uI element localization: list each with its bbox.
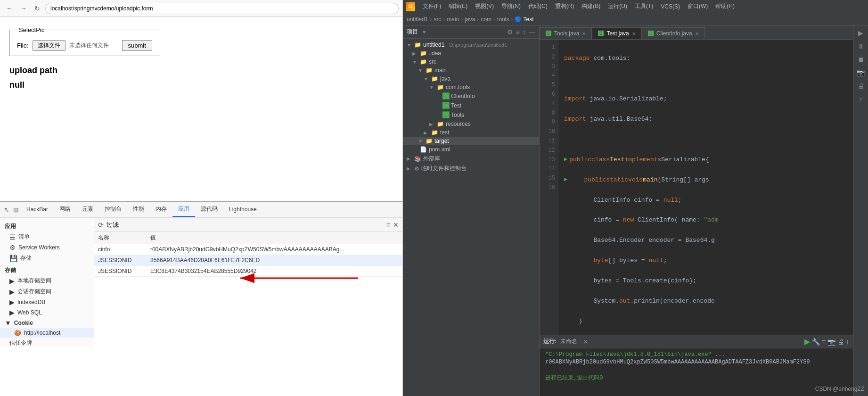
tab-elements[interactable]: 元素 [76,202,99,217]
tab-sources[interactable]: 源代码 [195,202,223,217]
refresh-button[interactable]: ↻ [32,4,42,13]
tab-hackbar[interactable]: HackBar [21,203,54,216]
run-export-button[interactable]: ↑ [846,337,849,346]
right-tool-btn-4[interactable]: 📷 [855,67,867,78]
table-row[interactable]: JSESSIONID E3C8E4374B3032154EAB28555D929… [94,266,402,277]
refresh-cookies-button[interactable]: ⟳ [98,221,104,229]
tree-item-pomxml[interactable]: 📄 pom.xml [403,145,539,154]
cookie-filter-options-button[interactable]: ≡ [386,221,390,229]
menu-navigate[interactable]: 导航(N) [498,1,524,12]
breadcrumb-test[interactable]: 🔵 Test [515,16,533,23]
fieldset-legend: SelectPic [17,26,46,33]
tree-item-src[interactable]: ▼ 📁 src [403,58,539,66]
choose-file-button[interactable]: 选择文件 [33,40,66,51]
run-play-button[interactable]: ▶ [804,337,810,346]
tree-item-scratches[interactable]: ▶ ⚙ 临时文件和控制台 [403,164,539,173]
tree-item-java[interactable]: ▼ 📁 java [403,74,539,83]
sidebar-item-websql[interactable]: ▶ Web SQL [0,307,94,318]
close-cookie-button[interactable]: ✕ [393,221,399,229]
table-row[interactable]: JSESSIONID 8566A914BAA46D20A0F6E61FE7F2C… [94,255,402,266]
project-panel-hide-btn[interactable]: — [529,28,535,36]
menu-tools[interactable]: 工具(T) [631,1,657,12]
sidebar-item-cookie-header[interactable]: ▼ Cookie [0,318,94,328]
breadcrumb-java[interactable]: java [465,16,475,23]
close-run-tab-button[interactable]: ✕ [583,338,589,346]
tree-item-test[interactable]: 🅲 Test [403,101,539,110]
tab-console[interactable]: 控制台 [99,202,127,217]
table-row[interactable]: cinfo r00ABXNyABRjb20udG9vbHMuQ2xpZW50SW… [94,244,402,255]
sidebar-item-local-storage[interactable]: ▶ 本地存储空间 [0,275,94,286]
menu-vcs[interactable]: VCS(S) [657,2,684,11]
close-tab-icon[interactable]: ✕ [582,31,586,36]
tab-lighthouse[interactable]: Lighthouse [223,203,262,216]
devtools-icon-mobile[interactable]: ⊞ [11,205,21,214]
menu-code[interactable]: 代码(C) [524,1,551,12]
run-print-button[interactable]: 🖨 [837,337,844,346]
breadcrumb-com[interactable]: com [481,16,491,23]
close-tab-icon[interactable]: ✕ [695,31,699,36]
tree-item-target[interactable]: ▼ 📁 target [403,137,539,145]
sidebar-item-manifest[interactable]: ☰ 清单 [0,231,94,242]
project-panel-layout-btn[interactable]: ≡ [516,28,520,36]
sidebar-item-session-storage[interactable]: ▶ 会话存储空间 [0,286,94,297]
menu-help[interactable]: 帮助(H) [712,1,738,12]
breadcrumb-src[interactable]: src [434,16,441,23]
tree-item-tools[interactable]: 🅲 Tools [403,110,539,120]
run-list-button[interactable]: ≡ [822,337,826,346]
tab-clientinfo-java[interactable]: 🅲 ClientInfo.java ✕ [642,27,705,39]
code-editor[interactable]: 12345 678910 1112131415 16 package com.t… [540,40,853,335]
right-tool-btn-6[interactable]: ↑ [857,93,864,105]
breadcrumb-main[interactable]: main [447,16,459,23]
sidebar-item-localhost-cookie[interactable]: 🍪 http://localhost [0,328,94,338]
run-camera-button[interactable]: 📷 [827,337,835,346]
sidebar-item-service-workers[interactable]: ⚙ Service Workers [0,242,94,253]
breadcrumb-project[interactable]: untitled1 [407,16,428,23]
sidebar-item-trust-tokens[interactable]: 信任令牌 [0,338,94,347]
back-button[interactable]: ← [4,4,15,13]
menu-run[interactable]: 运行(U) [604,1,631,12]
forward-button[interactable]: → [18,4,29,13]
tab-test-java[interactable]: 🅲 Test.java ✕ [592,27,641,39]
tab-tools-java[interactable]: 🅲 Tools.java ✕ [540,27,592,39]
browser-toolbar: ← → ↻ [0,0,402,17]
menu-window[interactable]: 窗口(W) [684,1,712,12]
tab-performance[interactable]: 性能 [127,202,150,217]
project-panel-title: 项目 [407,28,418,36]
submit-button[interactable]: submit [122,40,152,51]
tree-item-external-libs[interactable]: ▶ 📚 外部库 [403,154,539,164]
sidebar-label-localhost: http://localhost [24,330,60,336]
right-tool-btn-1[interactable]: ▶ [856,27,865,39]
menu-view[interactable]: 视图(V) [471,1,498,12]
run-arrow-7[interactable]: ▶ [564,175,567,185]
menu-file[interactable]: 文件(F) [419,1,445,12]
panel-dropdown[interactable]: ▾ [423,29,426,35]
sidebar-item-storage[interactable]: 💾 存储 [0,253,94,264]
tab-network[interactable]: 网络 [54,202,76,217]
tab-memory[interactable]: 内存 [150,202,172,217]
run-arrow-6[interactable]: ▶ [564,155,567,165]
right-tool-btn-2[interactable]: ⏸ [856,41,866,52]
expand-arrow: ▼ [418,139,424,144]
menu-refactor[interactable]: 重构(R) [551,1,578,12]
sidebar-label-manifest: 清单 [18,233,30,241]
tree-item-com-tools[interactable]: ▼ 📁 com.tools [403,83,539,91]
sidebar-item-indexeddb[interactable]: ▶ IndexedDB [0,297,94,307]
right-tool-btn-5[interactable]: 🖨 [856,80,866,91]
run-wrench-button[interactable]: 🔧 [812,337,820,346]
project-panel-sort-btn[interactable]: ↕ [523,28,526,36]
tree-item-resources[interactable]: ▶ 📁 resources [403,120,539,128]
close-tab-icon[interactable]: ✕ [632,31,636,36]
tree-item-idea[interactable]: ▶ 📁 .idea [403,49,539,58]
address-bar[interactable] [45,3,399,14]
menu-edit[interactable]: 编辑(E) [445,1,471,12]
right-tool-btn-3[interactable]: ⏹ [856,54,866,65]
menu-build[interactable]: 构建(B) [578,1,604,12]
tree-item-main[interactable]: ▼ 📁 main [403,66,539,74]
tab-application[interactable]: 应用 [172,202,195,217]
tree-item-root[interactable]: ▼ 📁 untitled1 D:\program\java\untitled1 [403,41,539,49]
project-panel-settings-btn[interactable]: ⚙ [507,28,513,36]
tree-item-clientinfo[interactable]: 🅲 ClientInfo [403,91,539,101]
breadcrumb-tools[interactable]: tools [497,16,509,23]
devtools-icon-cursor[interactable]: ↖ [2,205,11,214]
tree-item-test-folder[interactable]: ▶ 📁 test [403,128,539,137]
